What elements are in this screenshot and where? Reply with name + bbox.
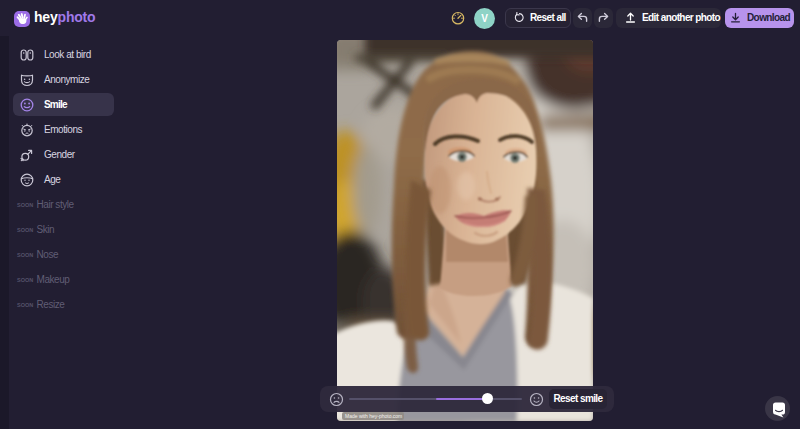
svg-text:Made with hey-photo.com: Made with hey-photo.com: [345, 413, 402, 419]
